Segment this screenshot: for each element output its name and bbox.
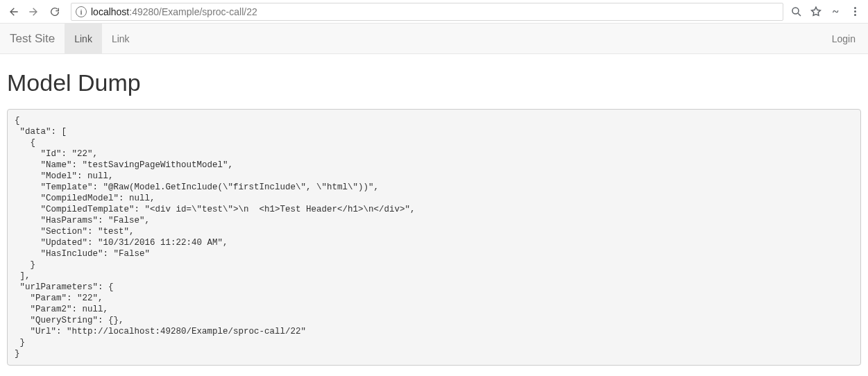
navbar-link-1[interactable]: Link (65, 24, 102, 53)
page-content: Model Dump { "data": [ { "Id": "22", "Na… (0, 54, 868, 373)
arrow-left-icon (8, 6, 19, 17)
navbar-spacer (139, 24, 819, 53)
model-dump-output: { "data": [ { "Id": "22", "Name": "testS… (7, 109, 861, 366)
navbar-link-2[interactable]: Link (102, 24, 139, 53)
navbar-login-link[interactable]: Login (819, 24, 868, 53)
page-title: Model Dump (7, 69, 861, 96)
site-info-icon[interactable]: i (76, 6, 87, 17)
forward-button[interactable] (25, 3, 43, 21)
svg-line-1 (798, 13, 801, 16)
zoom-icon[interactable] (790, 6, 803, 18)
extension-icon[interactable]: ~ (829, 6, 842, 18)
svg-point-0 (792, 8, 799, 14)
back-button[interactable] (4, 3, 22, 21)
address-bar[interactable]: i localhost:49280/Example/sproc-call/22 (71, 3, 783, 21)
arrow-right-icon (28, 6, 40, 17)
navbar-brand[interactable]: Test Site (0, 24, 65, 53)
bookmark-star-icon[interactable] (810, 6, 822, 18)
site-navbar: Test Site Link Link Login (0, 24, 868, 54)
browser-toolbar: i localhost:49280/Example/sproc-call/22 … (0, 0, 868, 24)
reload-icon (49, 6, 60, 17)
reload-button[interactable] (46, 3, 64, 21)
toolbar-right: ~ (790, 6, 864, 18)
url-host: localhost:49280/Example/sproc-call/22 (91, 6, 257, 17)
browser-menu-button[interactable] (849, 7, 861, 16)
